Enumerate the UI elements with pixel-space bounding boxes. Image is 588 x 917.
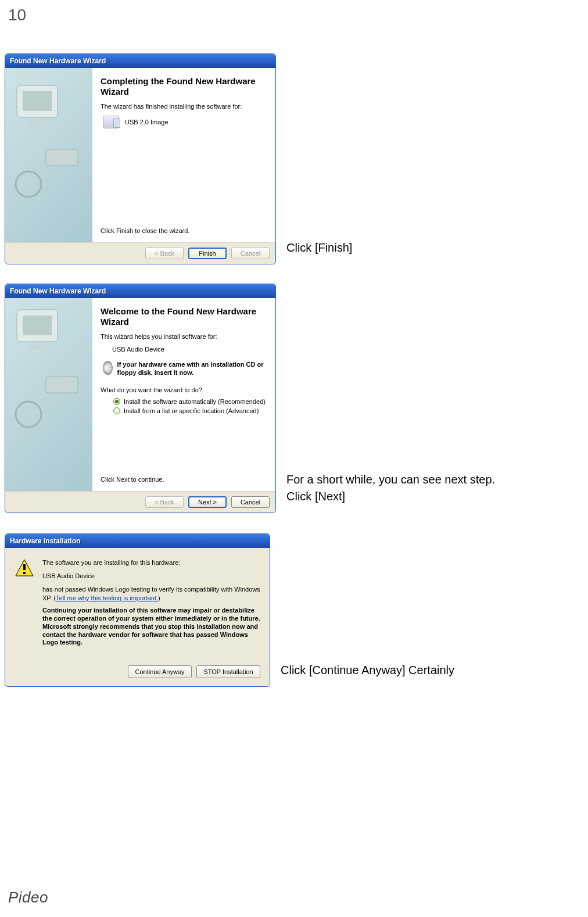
wizard-subtext: The wizard has finished installing the s… xyxy=(101,103,266,110)
instruction-line: For a short while, you can see next step… xyxy=(286,471,495,488)
warning-text: The software you are installing for this… xyxy=(42,558,260,647)
cancel-button: Cancel xyxy=(231,248,270,259)
svg-rect-7 xyxy=(28,345,46,349)
titlebar: Hardware Installation xyxy=(5,534,270,548)
radio-option-auto[interactable]: Install the software automatically (Reco… xyxy=(113,398,266,405)
finish-button[interactable]: Finish xyxy=(188,248,227,259)
cd-disc-icon xyxy=(103,361,113,375)
cd-hint-text: If your hardware came with an installati… xyxy=(117,361,266,377)
warning-triangle-icon xyxy=(15,558,34,578)
warn-device: USB Audio Device xyxy=(42,572,260,581)
instruction-text: For a short while, you can see next step… xyxy=(286,471,495,505)
wizard-content: Welcome to the Found New Hardware Wizard… xyxy=(92,298,275,491)
instruction-line: Click [Next] xyxy=(286,488,495,505)
warn-line1: The software you are installing for this… xyxy=(42,558,260,567)
tell-me-why-link[interactable]: Tell me why this testing is important. xyxy=(56,594,158,601)
radio-selected-icon xyxy=(113,398,120,405)
hardware-graphic-icon xyxy=(5,68,92,242)
instruction-text: Click [Continue Anyway] Certainly xyxy=(281,662,454,679)
section-hardware-installation-warning: Hardware Installation The software you a… xyxy=(5,533,454,687)
svg-rect-1 xyxy=(23,91,52,111)
warn-line2b: ) xyxy=(158,594,160,601)
svg-point-4 xyxy=(16,171,41,197)
device-name: USB Audio Device xyxy=(112,346,266,353)
titlebar: Found New Hardware Wizard xyxy=(5,54,275,68)
svg-rect-2 xyxy=(28,120,46,125)
device-name: USB 2.0 Image xyxy=(125,119,168,126)
next-button[interactable]: Next > xyxy=(188,496,227,508)
dialog-found-new-hardware-welcome: Found New Hardware Wizard Welcome to the… xyxy=(5,284,276,513)
cd-hint-row: If your hardware came with an installati… xyxy=(103,361,266,377)
section-welcome-wizard: Found New Hardware Wizard Welcome to the… xyxy=(5,284,495,513)
svg-point-9 xyxy=(16,402,41,427)
wizard-sidebar-graphic xyxy=(5,68,92,242)
dialog-found-new-hardware-finish: Found New Hardware Wizard Completing the… xyxy=(5,53,276,264)
radio-label: Install from a list or specific location… xyxy=(124,407,259,414)
svg-rect-3 xyxy=(46,149,78,166)
wizard-sidebar-graphic xyxy=(5,298,92,491)
svg-rect-12 xyxy=(23,572,26,574)
continue-hint: Click Next to continue. xyxy=(101,476,266,483)
svg-rect-6 xyxy=(23,316,52,335)
warning-button-row: Continue Anyway STOP Installation xyxy=(15,665,260,678)
back-button: < Back xyxy=(145,248,184,259)
svg-rect-8 xyxy=(46,377,78,393)
warning-body: The software you are installing for this… xyxy=(5,548,270,686)
button-row: < Back Finish Cancel xyxy=(5,242,275,264)
device-row: USB 2.0 Image xyxy=(101,114,266,130)
button-row: < Back Next > Cancel xyxy=(5,491,275,513)
titlebar: Found New Hardware Wizard xyxy=(5,284,275,298)
svg-rect-11 xyxy=(23,564,26,570)
wizard-content: Completing the Found New Hardware Wizard… xyxy=(92,68,275,242)
back-button: < Back xyxy=(145,496,184,508)
page-number: 10 xyxy=(8,6,26,24)
radio-label: Install the software automatically (Reco… xyxy=(124,398,266,405)
cancel-button[interactable]: Cancel xyxy=(231,496,270,508)
wizard-heading: Completing the Found New Hardware Wizard xyxy=(101,76,266,97)
hardware-graphic-icon xyxy=(5,298,92,491)
wizard-subtext: This wizard helps you install software f… xyxy=(101,333,266,340)
stop-installation-button[interactable]: STOP Installation xyxy=(196,665,260,678)
close-hint: Click Finish to close the wizard. xyxy=(101,227,266,234)
section-finish-wizard: Found New Hardware Wizard Completing the… xyxy=(5,53,352,264)
usb-image-device-icon xyxy=(103,116,119,128)
instruction-text: Click [Finish] xyxy=(286,239,352,256)
warn-logo-testing: has not passed Windows Logo testing to v… xyxy=(42,585,260,603)
dialog-hardware-installation: Hardware Installation The software you a… xyxy=(5,533,270,687)
warn-bold-text: Continuing your installation of this sof… xyxy=(42,607,260,647)
continue-anyway-button[interactable]: Continue Anyway xyxy=(128,665,192,678)
radio-unselected-icon xyxy=(113,407,120,414)
wizard-prompt: What do you want the wizard to do? xyxy=(101,386,266,393)
radio-option-advanced[interactable]: Install from a list or specific location… xyxy=(113,407,266,414)
wizard-heading: Welcome to the Found New Hardware Wizard xyxy=(101,306,266,327)
footer-brand-logo: Pideo xyxy=(8,889,48,907)
